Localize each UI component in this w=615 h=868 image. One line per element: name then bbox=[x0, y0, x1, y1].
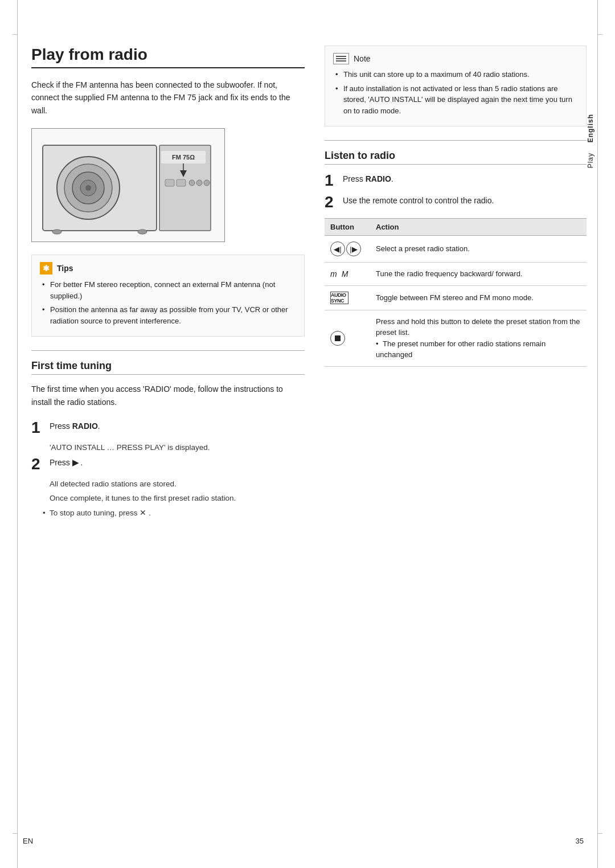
listen-step-1-content: Press RADIO. bbox=[343, 173, 393, 185]
action-cell-4: Press and hold this button to delete the… bbox=[370, 310, 587, 366]
note-list: This unit can store up to a maximum of 4… bbox=[333, 69, 578, 116]
main-content: Play from radio Check if the FM antenna … bbox=[31, 46, 305, 521]
stop-icon bbox=[335, 335, 341, 341]
listen-section: Listen to radio 1 Press RADIO. 2 Use the… bbox=[325, 150, 587, 367]
divider-listen bbox=[325, 140, 587, 141]
svg-rect-8 bbox=[177, 179, 186, 186]
step-1-num: 1 bbox=[31, 420, 44, 436]
footer-page-number: 35 bbox=[576, 837, 584, 845]
table-row: ◀| |▶ Select a preset radio station. bbox=[325, 236, 587, 263]
col-action-header: Action bbox=[370, 219, 587, 236]
btn-prev: ◀| bbox=[330, 241, 345, 256]
svg-rect-7 bbox=[165, 179, 174, 186]
btn-cell-audio-sync: AUDIO SYNC bbox=[325, 285, 370, 310]
note-header: Note bbox=[333, 53, 578, 64]
svg-point-13 bbox=[138, 230, 147, 234]
svg-point-10 bbox=[196, 180, 202, 186]
svg-text:FM 75Ω: FM 75Ω bbox=[172, 154, 195, 161]
first-time-section: First time tuning The first time when yo… bbox=[31, 360, 305, 519]
step-1-sub: 'AUTO INSTALL … PRESS PLAY' is displayed… bbox=[31, 441, 305, 454]
table-row: Press and hold this button to delete the… bbox=[325, 310, 587, 366]
tips-title: Tips bbox=[57, 264, 73, 273]
listen-step-2-num: 2 bbox=[325, 194, 337, 210]
step-2-num: 2 bbox=[31, 456, 44, 472]
tips-list: For better FM stereo reception, connect … bbox=[40, 279, 296, 326]
btn-stop bbox=[330, 331, 345, 346]
listen-step-1: 1 Press RADIO. bbox=[325, 173, 587, 189]
page-mark-br bbox=[598, 833, 602, 834]
action-text-1: Select a preset radio station. bbox=[376, 244, 470, 253]
page-footer: EN 35 bbox=[23, 837, 584, 845]
svg-point-12 bbox=[52, 230, 62, 234]
tips-item-1: For better FM stereo reception, connect … bbox=[42, 279, 296, 301]
page-mark-tl bbox=[13, 34, 17, 35]
action-cell-2: Tune the radio frequency backward/ forwa… bbox=[370, 263, 587, 286]
listen-step-2: 2 Use the remote control to control the … bbox=[325, 194, 587, 210]
listen-title: Listen to radio bbox=[325, 150, 587, 165]
action-text-2: Tune the radio frequency backward/ forwa… bbox=[376, 269, 523, 278]
tips-header: ✱ Tips bbox=[40, 262, 296, 275]
footer-en-label: EN bbox=[23, 837, 33, 845]
btn-M-large: M bbox=[342, 269, 348, 279]
note-icon bbox=[333, 53, 349, 64]
page-title: Play from radio bbox=[31, 46, 305, 68]
intro-text: Check if the FM antenna has been connect… bbox=[31, 79, 305, 117]
btn-group-mM: m M bbox=[330, 269, 364, 279]
svg-point-5 bbox=[85, 185, 91, 191]
divider-first-time bbox=[31, 350, 305, 351]
btn-audio-sync: AUDIO SYNC bbox=[330, 292, 348, 304]
table-row: m M Tune the radio frequency backward/ f… bbox=[325, 263, 587, 286]
step-2: 2 Press ▶ . bbox=[31, 456, 305, 472]
col-button-header: Button bbox=[325, 219, 370, 236]
sidebar-play-label: Play bbox=[587, 153, 594, 168]
page-mark-bl bbox=[13, 833, 17, 834]
svg-point-9 bbox=[189, 180, 195, 186]
action-text-4: Press and hold this button to delete the… bbox=[376, 317, 580, 337]
step-1: 1 Press RADIO. bbox=[31, 420, 305, 436]
btn-cell-mM: m M bbox=[325, 263, 370, 286]
note-line-2 bbox=[336, 58, 346, 59]
btn-cell-stop bbox=[325, 310, 370, 366]
device-image: FM 75Ω bbox=[31, 128, 225, 242]
svg-point-11 bbox=[204, 180, 210, 186]
note-line-1 bbox=[336, 56, 346, 57]
btn-m-small: m bbox=[330, 269, 337, 279]
page-border-left bbox=[17, 0, 18, 868]
step-1-content: Press RADIO. bbox=[50, 420, 100, 432]
note-lines bbox=[336, 56, 346, 62]
btn-group-prev-next: ◀| |▶ bbox=[330, 241, 364, 256]
step-2-sub2: Once complete, it tunes to the first pre… bbox=[31, 492, 305, 505]
table-row: AUDIO SYNC Toggle between FM stereo and … bbox=[325, 285, 587, 310]
action-cell-3: Toggle between FM stereo and FM mono mod… bbox=[370, 285, 587, 310]
btn-next: |▶ bbox=[346, 241, 361, 256]
first-time-intro: The first time when you access 'RADIO' m… bbox=[31, 383, 305, 408]
action-text-3: Toggle between FM stereo and FM mono mod… bbox=[376, 293, 534, 302]
step-2-content: Press ▶ . bbox=[50, 456, 83, 469]
action-bullet-4: The preset number for other radio statio… bbox=[376, 339, 546, 359]
note-item-1: This unit can store up to a maximum of 4… bbox=[335, 69, 578, 80]
page-mark-tr bbox=[598, 34, 602, 35]
step-2-sub1: All detected radio stations are stored. bbox=[31, 478, 305, 490]
note-box: Note This unit can store up to a maximum… bbox=[325, 46, 587, 126]
note-line-3 bbox=[336, 60, 346, 62]
note-title: Note bbox=[354, 54, 371, 63]
table-header-row: Button Action bbox=[325, 219, 587, 236]
first-time-title: First time tuning bbox=[31, 360, 305, 375]
device-svg: FM 75Ω bbox=[37, 134, 219, 236]
step-2-bullet: To stop auto tuning, press ✕ . bbox=[31, 507, 305, 519]
page-border-right bbox=[597, 0, 598, 868]
listen-step-2-content: Use the remote control to control the ra… bbox=[343, 194, 494, 207]
sidebar-english-label: English bbox=[587, 114, 594, 142]
action-cell-1: Select a preset radio station. bbox=[370, 236, 587, 263]
tips-icon: ✱ bbox=[40, 262, 52, 275]
right-content: Note This unit can store up to a maximum… bbox=[325, 46, 587, 367]
btn-cell-prev-next: ◀| |▶ bbox=[325, 236, 370, 263]
tips-item-2: Position the antenna as far away as poss… bbox=[42, 304, 296, 326]
listen-step-1-num: 1 bbox=[325, 173, 337, 189]
note-item-2: If auto installation is not activated or… bbox=[335, 83, 578, 117]
radio-table: Button Action ◀| |▶ Select a preset radi… bbox=[325, 218, 587, 367]
tips-box: ✱ Tips For better FM stereo reception, c… bbox=[31, 255, 305, 337]
